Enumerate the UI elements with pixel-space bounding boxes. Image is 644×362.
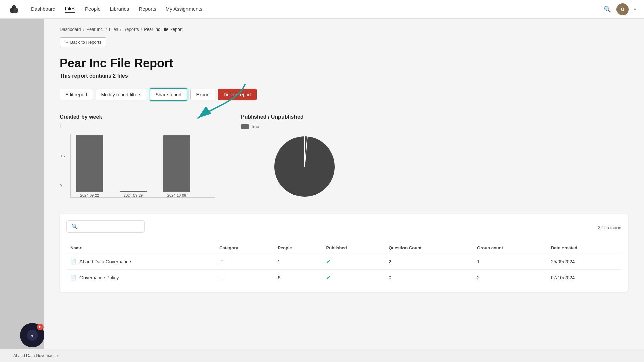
search-input[interactable]: [81, 224, 140, 229]
breadcrumb-current: Pear Inc File Report: [144, 27, 183, 32]
nav-right: 🔍 U ▾: [604, 3, 636, 15]
legend-color-true: [241, 124, 249, 129]
files-table: Name Category People Published Question …: [66, 242, 621, 285]
chevron-down-icon[interactable]: ▾: [634, 7, 636, 12]
svg-point-2: [13, 7, 18, 13]
search-bar[interactable]: 🔍: [66, 220, 145, 233]
bar-item-3: 2024-10-06: [163, 135, 190, 197]
breadcrumb-files[interactable]: Files: [109, 27, 118, 32]
search-icon[interactable]: 🔍: [604, 6, 611, 13]
pie-chart-svg: [271, 133, 338, 200]
nav-my-assignments[interactable]: My Assignments: [166, 6, 202, 12]
table-header: Name Category People Published Question …: [66, 242, 621, 254]
back-to-reports-button[interactable]: ← Back to Reports: [60, 37, 106, 47]
svg-point-3: [13, 5, 15, 7]
row-2-group-count: 2: [473, 270, 547, 286]
file-icon-2: 📄: [70, 275, 77, 281]
action-buttons: Edit report Modify report filters Share …: [60, 88, 628, 101]
notification-badge: 15: [37, 324, 44, 330]
breadcrumb: Dashboard / Pear Inc. / Files / Reports …: [60, 27, 628, 32]
nav-files[interactable]: Files: [65, 6, 75, 13]
sidebar-space: [0, 19, 44, 362]
bar-2: [120, 191, 147, 192]
row-1-date-created: 25/09/2024: [547, 254, 621, 270]
nav-people[interactable]: People: [85, 6, 101, 12]
table-section: 🔍 2 files found Name Category People Pub…: [60, 214, 628, 292]
search-found-row: 🔍 2 files found: [66, 220, 621, 238]
edit-report-button[interactable]: Edit report: [60, 89, 93, 100]
app-logo[interactable]: [8, 3, 20, 15]
legend-label-true: true: [252, 124, 259, 129]
pie-chart-container: Published / Unpublished true: [241, 114, 368, 200]
breadcrumb-pear-inc[interactable]: Pear Inc.: [86, 27, 104, 32]
breadcrumb-sep-4: /: [141, 27, 142, 32]
bar-label-2: 2024-09-29: [124, 193, 143, 197]
pie-chart-title: Published / Unpublished: [241, 114, 368, 120]
avatar[interactable]: U: [616, 3, 629, 15]
report-title: Pear Inc File Report: [60, 56, 628, 70]
table-body: 📄 AI and Data Governance IT 1 ✔ 2 1 25/0…: [66, 254, 621, 286]
delete-report-button[interactable]: Delete report: [218, 89, 257, 100]
notification-widget[interactable]: ● 15: [20, 323, 44, 347]
row-1-category: IT: [215, 254, 274, 270]
file-icon-1: 📄: [70, 259, 77, 265]
published-check-2: ✔: [326, 274, 331, 281]
charts-section: Created by week 1 0.5 0 2024-09-22: [60, 114, 628, 200]
row-2-category: ...: [215, 270, 274, 286]
row-1-name[interactable]: 📄 AI and Data Governance: [66, 254, 215, 270]
row-2-name[interactable]: 📄 Governance Policy: [66, 270, 215, 286]
top-navigation: Dashboard Files People Libraries Reports…: [0, 0, 644, 19]
files-found-label: 2 files found: [598, 225, 621, 230]
row-2-question-count: 0: [385, 270, 473, 286]
row-2-date-created: 07/10/2024: [547, 270, 621, 286]
row-2-people: 6: [274, 270, 322, 286]
bar-item-1: 2024-09-22: [76, 135, 103, 197]
breadcrumb-sep-2: /: [106, 27, 107, 32]
content-area: Dashboard / Pear Inc. / Files / Reports …: [44, 19, 644, 362]
published-check-1: ✔: [326, 258, 331, 265]
row-1-people: 1: [274, 254, 322, 270]
bar-item-2: 2024-09-29: [120, 191, 147, 197]
modify-report-filters-button[interactable]: Modify report filters: [96, 89, 147, 100]
bar-chart-y-label-3: 0: [60, 184, 68, 188]
nav-links: Dashboard Files People Libraries Reports…: [31, 6, 593, 13]
bar-chart-y-label-1: 1: [60, 124, 68, 128]
bar-label-1: 2024-09-22: [80, 193, 99, 197]
bar-chart-y-label-2: 0.5: [60, 154, 68, 158]
bar-3: [163, 135, 190, 192]
col-date-created: Date created: [547, 242, 621, 254]
bar-label-3: 2024-10-06: [167, 193, 186, 197]
col-name: Name: [66, 242, 215, 254]
pie-chart-legend: true: [241, 124, 368, 129]
bar-chart-title: Created by week: [60, 114, 221, 120]
breadcrumb-dashboard[interactable]: Dashboard: [60, 27, 81, 32]
col-published: Published: [322, 242, 385, 254]
nav-dashboard[interactable]: Dashboard: [31, 6, 55, 12]
share-report-button[interactable]: Share report: [150, 88, 188, 101]
bar-1: [76, 135, 103, 192]
col-category: Category: [215, 242, 274, 254]
col-question-count: Question Count: [385, 242, 473, 254]
notification-icon: ●: [26, 329, 38, 341]
row-1-published: ✔: [322, 254, 385, 270]
export-button[interactable]: Export: [190, 89, 215, 100]
breadcrumb-reports[interactable]: Reports: [123, 27, 139, 32]
breadcrumb-sep-3: /: [120, 27, 121, 32]
report-subtitle: This report contains 2 files: [60, 73, 628, 79]
nav-reports[interactable]: Reports: [139, 6, 156, 12]
bottom-bar: AI and Data Governance: [0, 349, 644, 362]
nav-libraries[interactable]: Libraries: [110, 6, 129, 12]
table-row: 📄 Governance Policy ... 6 ✔ 0 2 07/10/20…: [66, 270, 621, 286]
svg-text:●: ●: [31, 333, 34, 338]
col-people: People: [274, 242, 322, 254]
col-group-count: Group count: [473, 242, 547, 254]
row-1-group-count: 1: [473, 254, 547, 270]
bottom-bar-text: AI and Data Governance: [13, 353, 58, 358]
row-1-question-count: 2: [385, 254, 473, 270]
row-2-published: ✔: [322, 270, 385, 286]
table-row: 📄 AI and Data Governance IT 1 ✔ 2 1 25/0…: [66, 254, 621, 270]
bar-chart-container: Created by week 1 0.5 0 2024-09-22: [60, 114, 221, 198]
breadcrumb-sep-1: /: [83, 27, 85, 32]
search-icon-table: 🔍: [71, 223, 78, 230]
